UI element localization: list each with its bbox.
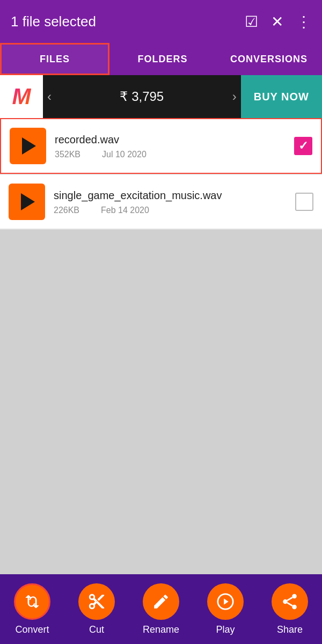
file-size-2: 226KB [54,206,79,215]
file-info-2: single_game_excitation_music.wav 226KB F… [54,188,287,215]
play-button[interactable] [207,583,244,620]
ad-next-icon[interactable]: › [228,89,241,104]
file-meta-2: 226KB Feb 14 2020 [54,206,287,215]
toolbar-convert[interactable]: Convert [14,583,50,635]
play-icon [216,592,235,611]
toolbar-play[interactable]: Play [207,583,244,635]
svg-point-2 [283,599,288,604]
file-info-1: recorded.wav 352KB Jul 10 2020 [55,133,286,159]
file-checkbox-2[interactable] [295,193,313,211]
play-icon-2 [21,193,35,210]
ad-buy-button[interactable]: BUY NOW [241,75,322,118]
file-icon-2 [9,184,45,220]
more-options-icon[interactable]: ⋮ [296,13,311,31]
cut-label: Cut [89,624,104,635]
ad-banner: M ‹ ₹ 3,795 › BUY NOW [0,75,322,118]
tab-bar: FILES FOLDERS CONVERSIONS [0,43,322,75]
ad-logo-letter: M [12,84,31,109]
file-item-2[interactable]: single_game_excitation_music.wav 226KB F… [0,175,322,229]
toolbar-rename[interactable]: Rename [143,583,179,635]
ad-prev-icon[interactable]: ‹ [43,89,56,104]
svg-line-5 [287,597,292,601]
file-icon-1 [10,128,46,164]
convert-icon [23,592,41,611]
select-all-icon[interactable]: ☑ [245,13,258,31]
svg-point-1 [292,594,297,598]
tab-conversions[interactable]: CONVERSIONS [216,43,322,75]
file-checkbox-1[interactable] [294,137,312,155]
play-label: Play [216,624,235,635]
svg-line-4 [287,603,292,606]
share-icon [281,592,299,611]
file-date-1: Jul 10 2020 [102,150,147,159]
header: 1 file selected ☑ ✕ ⋮ [0,0,322,43]
toolbar-cut[interactable]: Cut [78,583,115,635]
close-icon[interactable]: ✕ [271,13,283,31]
tab-folders[interactable]: FOLDERS [109,43,216,75]
rename-button[interactable] [143,583,179,620]
svg-point-3 [292,604,297,609]
ad-price: ₹ 3,795 [56,89,228,104]
convert-button[interactable] [14,583,50,620]
ad-logo: M [0,75,43,118]
file-size-1: 352KB [55,150,80,159]
header-icons: ☑ ✕ ⋮ [245,13,311,31]
toolbar-share[interactable]: Share [272,583,308,635]
cut-icon [87,592,106,611]
bottom-toolbar: Convert Cut Rename Play [0,574,322,644]
file-name-1: recorded.wav [55,133,286,147]
tab-files[interactable]: FILES [0,43,109,75]
share-button[interactable] [272,583,308,620]
cut-button[interactable] [78,583,115,620]
rename-icon [152,592,170,611]
header-title: 1 file selected [11,13,236,30]
file-list: recorded.wav 352KB Jul 10 2020 single_ga… [0,118,322,229]
file-date-2: Feb 14 2020 [101,206,149,215]
play-icon-1 [22,137,36,155]
file-name-2: single_game_excitation_music.wav [54,188,287,202]
convert-label: Convert [15,624,49,635]
file-meta-1: 352KB Jul 10 2020 [55,150,286,159]
share-label: Share [277,624,303,635]
file-item-1[interactable]: recorded.wav 352KB Jul 10 2020 [0,118,322,174]
rename-label: Rename [143,624,179,635]
empty-content-area [0,230,322,609]
